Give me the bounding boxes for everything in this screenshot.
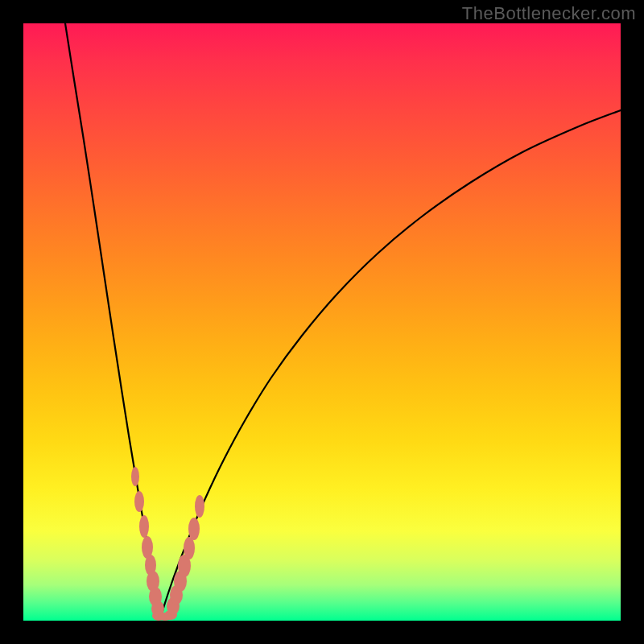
bead [131,467,139,486]
curve-layer [23,23,621,621]
curve-right [160,110,621,619]
bead [139,515,149,538]
plot-area [23,23,621,621]
credit-text: TheBottlenecker.com [462,3,636,24]
outer-frame: TheBottlenecker.com [0,0,644,644]
bead [188,518,200,540]
bead [134,491,144,512]
bead-cluster [131,467,204,621]
bead [184,537,195,559]
bead [195,495,204,518]
